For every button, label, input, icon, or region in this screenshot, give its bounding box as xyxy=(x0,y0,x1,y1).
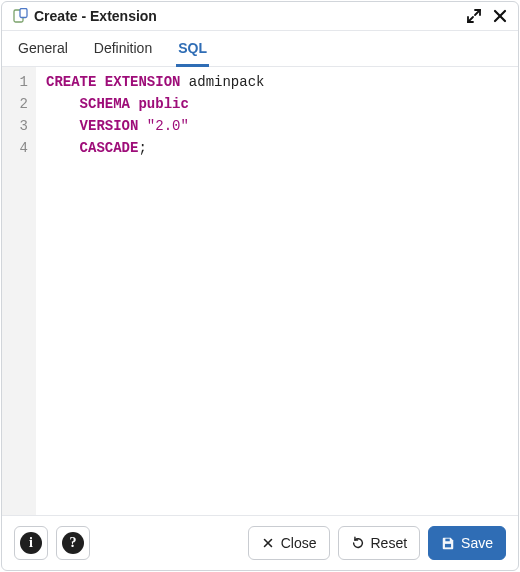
svg-rect-2 xyxy=(445,539,449,542)
svg-rect-3 xyxy=(445,544,451,548)
save-button-label: Save xyxy=(461,535,493,551)
dialog: Create - Extension General Definition SQ… xyxy=(1,1,519,571)
info-button[interactable]: i xyxy=(14,526,48,560)
tab-general[interactable]: General xyxy=(16,32,70,67)
footer: i ? Close Reset Save xyxy=(2,516,518,570)
help-button[interactable]: ? xyxy=(56,526,90,560)
close-icon[interactable] xyxy=(492,8,508,24)
save-button[interactable]: Save xyxy=(428,526,506,560)
x-icon xyxy=(261,536,275,550)
extension-icon xyxy=(12,8,28,24)
info-icon: i xyxy=(20,532,42,554)
tab-sql[interactable]: SQL xyxy=(176,32,209,67)
close-button[interactable]: Close xyxy=(248,526,330,560)
tabs: General Definition SQL xyxy=(2,31,518,67)
close-button-label: Close xyxy=(281,535,317,551)
tab-definition[interactable]: Definition xyxy=(92,32,154,67)
titlebar: Create - Extension xyxy=(2,2,518,31)
reset-button-label: Reset xyxy=(371,535,408,551)
sql-editor[interactable]: 1234 CREATE EXTENSION adminpack SCHEMA p… xyxy=(2,67,518,516)
line-gutter: 1234 xyxy=(2,67,36,515)
svg-rect-1 xyxy=(20,9,27,18)
reset-button[interactable]: Reset xyxy=(338,526,421,560)
dialog-title: Create - Extension xyxy=(34,8,157,24)
save-icon xyxy=(441,536,455,550)
reset-icon xyxy=(351,536,365,550)
expand-icon[interactable] xyxy=(466,8,482,24)
help-icon: ? xyxy=(62,532,84,554)
code-area[interactable]: CREATE EXTENSION adminpack SCHEMA public… xyxy=(36,67,518,515)
